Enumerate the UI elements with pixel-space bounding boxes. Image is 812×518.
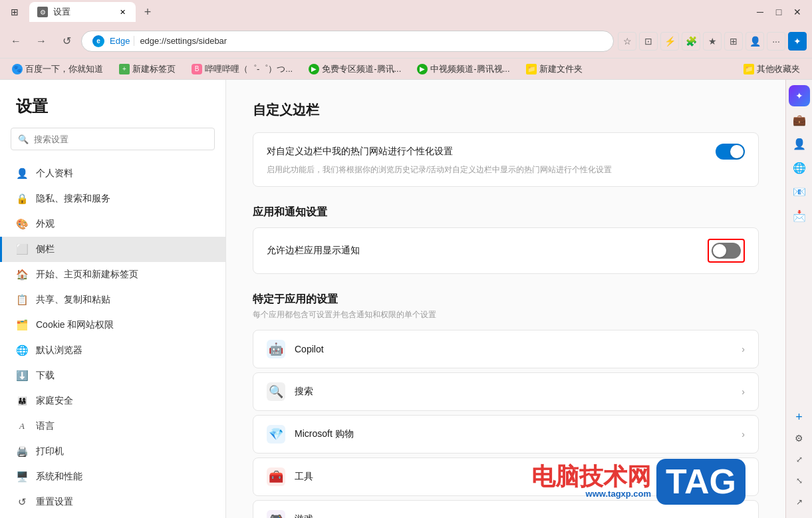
app-item-search[interactable]: 🔍 搜索 › <box>253 372 759 411</box>
minimize-button[interactable]: ─ <box>751 3 769 21</box>
left-navigation: 设置 🔍 👤 个人资料 🔒 隐私、搜索和服务 🎨 外观 ⬜ 侧栏 🏠 开始、主页… <box>0 80 226 518</box>
search-icon: 🔍 <box>18 134 29 144</box>
edge-label: Edge <box>110 36 134 46</box>
bookmark-folder[interactable]: 📁 新建文件夹 <box>522 62 587 76</box>
close-window-button[interactable]: ✕ <box>788 3 807 21</box>
nav-item-family[interactable]: 👨‍👩‍👧 家庭安全 <box>0 388 225 414</box>
toggle-sidebar-button[interactable]: ⊞ <box>5 3 24 21</box>
watermark: 电脑技术网 www.tagxp.com TAG <box>531 459 745 505</box>
bookmark-label: 其他收藏夹 <box>757 63 800 75</box>
nav-item-cookies[interactable]: 🗂️ Cookie 和网站权限 <box>0 313 225 338</box>
app-item-shopping[interactable]: 💎 Microsoft 购物 › <box>253 415 759 453</box>
nav-label: 下载 <box>36 370 55 382</box>
app-item-copilot[interactable]: 🤖 Copilot › <box>253 330 759 368</box>
bookmark-tencent2[interactable]: ▶ 中视频频道-腾讯视... <box>413 62 513 76</box>
shopping-label: Microsoft 购物 <box>295 428 354 440</box>
sidebar-icon-copilot[interactable]: ✦ <box>789 85 810 106</box>
bookmarks-bar: 🐾 百度一下，你就知道 + 新建标签页 B 哔哩哔哩（゜-゜）つ... ▶ 免费… <box>0 59 812 80</box>
tencent1-icon: ▶ <box>309 64 319 74</box>
notification-card: 允许边栏应用显示通知 <box>253 227 759 274</box>
maximize-button[interactable]: □ <box>769 3 788 21</box>
sidebar-icon-collapse[interactable]: ⤡ <box>789 470 810 491</box>
collections-button[interactable]: ⊞ <box>724 32 743 51</box>
start-icon: 🏠 <box>16 269 28 281</box>
nav-item-privacy[interactable]: 🔒 隐私、搜索和服务 <box>0 186 225 211</box>
back-button[interactable]: ← <box>5 31 27 52</box>
sidebar-bottom-controls: + ⚙ ⤢ ⤡ ↗ <box>789 406 810 513</box>
nav-item-start[interactable]: 🏠 开始、主页和新建标签页 <box>0 262 225 287</box>
bookmark-tencent1[interactable]: ▶ 免费专区频道-腾讯... <box>305 62 405 76</box>
browser-essentials-button[interactable]: ⚡ <box>660 32 679 51</box>
app-item-left: 🤖 Copilot <box>267 340 324 358</box>
search-settings-box[interactable]: 🔍 <box>11 128 215 150</box>
nav-item-system[interactable]: 🖥️ 系统和性能 <box>0 464 225 489</box>
search-settings-input[interactable] <box>34 134 207 144</box>
chevron-icon: › <box>742 386 745 397</box>
sidebar-icon-person[interactable]: 👤 <box>789 133 810 154</box>
other-bookmarks[interactable]: 📁 其他收藏夹 <box>740 62 804 76</box>
nav-label: 外观 <box>36 218 55 230</box>
toggle-thumb <box>730 145 744 158</box>
profile-button[interactable]: 👤 <box>745 32 764 51</box>
page-title: 自定义边栏 <box>253 101 759 119</box>
settings-title: 设置 <box>0 96 225 128</box>
chevron-icon: › <box>742 344 745 354</box>
nav-item-language[interactable]: A 语言 <box>0 414 225 439</box>
new-tab-button[interactable]: + <box>138 3 157 21</box>
sidebar-icon-earth[interactable]: 🌐 <box>789 157 810 178</box>
sidebar-icon-send[interactable]: 📩 <box>789 205 810 226</box>
bookmark-baidu[interactable]: 🐾 百度一下，你就知道 <box>8 62 107 76</box>
address-bar[interactable]: e Edge edge://settings/sidebar <box>81 31 614 52</box>
main-layout: 设置 🔍 👤 个人资料 🔒 隐私、搜索和服务 🎨 外观 ⬜ 侧栏 🏠 开始、主页… <box>0 80 812 518</box>
app-item-left: 🎮 游戏 <box>267 510 313 518</box>
tools-label: 工具 <box>295 471 313 483</box>
toggle-thumb <box>713 244 726 257</box>
sidebar-icon-external[interactable]: ↗ <box>789 491 810 513</box>
url-text: edge://settings/sidebar <box>140 36 227 46</box>
notification-row: 允许边栏应用显示通知 <box>267 239 745 263</box>
forward-button[interactable]: → <box>31 31 52 52</box>
personalization-card: 对自定义边栏中我的热门网站进行个性化设置 启用此功能后，我们将根据你的浏览历史记… <box>253 132 759 187</box>
star-button[interactable]: ☆ <box>618 32 636 51</box>
nav-item-mobile[interactable]: 📱 手机和其他设备 <box>0 515 225 518</box>
split-screen-button[interactable]: ⊡ <box>639 32 658 51</box>
copilot-button[interactable]: ✦ <box>788 32 807 51</box>
bookmark-newtab[interactable]: + 新建标签页 <box>115 62 180 76</box>
active-tab[interactable]: ⚙ 设置 ✕ <box>29 2 136 22</box>
close-tab-button[interactable]: ✕ <box>117 7 128 17</box>
sidebar-icon-expand[interactable]: ⤢ <box>789 449 810 470</box>
bookmark-label: 中视频频道-腾讯视... <box>430 63 509 75</box>
window-controls-left: ⊞ <box>5 3 24 21</box>
app-settings-desc: 每个应用都包含可设置并包含通知和权限的单个设置 <box>253 309 759 321</box>
sidebar-icon-add[interactable]: + <box>789 406 810 428</box>
extensions-button[interactable]: 🧩 <box>682 32 700 51</box>
nav-item-sidebar[interactable]: ⬜ 侧栏 <box>0 237 225 262</box>
notification-toggle[interactable] <box>712 243 741 259</box>
favorites-button[interactable]: ★ <box>703 32 722 51</box>
tab-bar: ⚙ 设置 ✕ + <box>29 2 745 22</box>
nav-item-appearance[interactable]: 🎨 外观 <box>0 211 225 237</box>
watermark-site-name: 电脑技术网 <box>531 465 651 489</box>
nav-item-default-browser[interactable]: 🌐 默认浏览器 <box>0 338 225 363</box>
sidebar-icon-settings[interactable]: ⚙ <box>789 428 810 449</box>
bookmark-label: 哔哩哔哩（゜-゜）つ... <box>205 63 293 75</box>
nav-item-share[interactable]: 📋 共享、复制和粘贴 <box>0 287 225 313</box>
nav-label: 个人资料 <box>36 168 73 180</box>
more-button[interactable]: ··· <box>767 32 785 51</box>
nav-label: 打印机 <box>36 446 64 457</box>
nav-label: 家庭安全 <box>36 395 73 407</box>
sidebar-icon-briefcase[interactable]: 💼 <box>789 109 810 130</box>
nav-item-printer[interactable]: 🖨️ 打印机 <box>0 439 225 464</box>
nav-item-profile[interactable]: 👤 个人资料 <box>0 161 225 186</box>
nav-item-downloads[interactable]: ⬇️ 下载 <box>0 363 225 388</box>
bookmark-bilibili[interactable]: B 哔哩哔哩（゜-゜）つ... <box>188 62 297 76</box>
folder-icon: 📁 <box>526 64 537 74</box>
personalization-toggle[interactable] <box>716 144 745 160</box>
shopping-app-icon: 💎 <box>267 425 285 444</box>
nav-item-reset[interactable]: ↺ 重置设置 <box>0 489 225 515</box>
app-settings-title: 特定于应用的设置 <box>253 293 759 307</box>
sidebar-icon-outlook[interactable]: 📧 <box>789 181 810 202</box>
refresh-button[interactable]: ↺ <box>56 31 77 52</box>
sidebar-icon: ⬜ <box>16 243 28 255</box>
system-icon: 🖥️ <box>16 471 28 483</box>
